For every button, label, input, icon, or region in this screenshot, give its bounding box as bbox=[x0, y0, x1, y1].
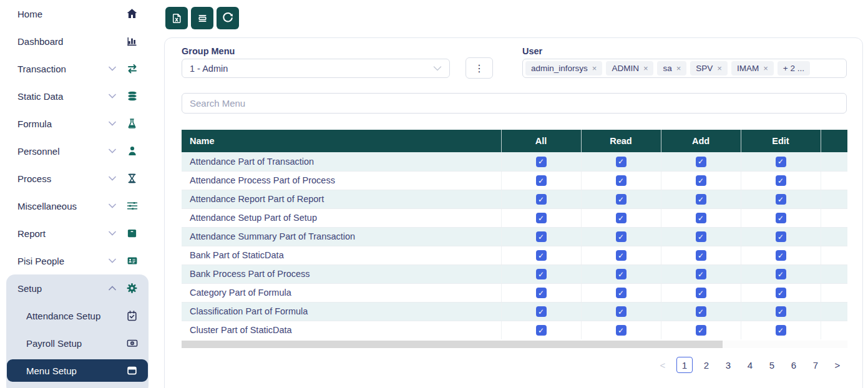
checkbox-edit[interactable] bbox=[776, 250, 786, 261]
checkbox-read[interactable] bbox=[616, 325, 627, 336]
sidebar-item-transaction[interactable]: Transaction bbox=[0, 55, 156, 82]
checkbox-edit[interactable] bbox=[776, 157, 786, 167]
table-row: Attendance Summary Part of Transaction bbox=[182, 227, 847, 246]
close-icon[interactable]: × bbox=[763, 64, 768, 73]
checkbox-read[interactable] bbox=[616, 269, 627, 279]
checkbox-all[interactable] bbox=[536, 250, 547, 261]
checkbox-edit[interactable] bbox=[776, 288, 786, 298]
checkbox-edit[interactable] bbox=[776, 175, 786, 186]
checkbox-edit[interactable] bbox=[776, 231, 786, 242]
checkbox-add[interactable] bbox=[696, 175, 706, 186]
pagination-prev[interactable]: < bbox=[655, 357, 671, 373]
sidebar-item-static-data[interactable]: Static Data bbox=[0, 82, 156, 110]
calendar-check-icon bbox=[125, 310, 139, 322]
file-excel-icon bbox=[171, 12, 183, 24]
checkbox-add[interactable] bbox=[696, 194, 706, 205]
chevron-up-icon bbox=[109, 286, 117, 291]
table-row: Bank Process Part of Process bbox=[182, 264, 847, 283]
user-multiselect[interactable]: admin_inforsys × ADMIN × sa × SPV × IMAM… bbox=[522, 59, 847, 78]
pagination-page-6[interactable]: 6 bbox=[786, 357, 802, 373]
table-header-name: Name bbox=[182, 130, 501, 152]
table-header-edit: Edit bbox=[741, 130, 821, 152]
sidebar-item-menu-setup[interactable]: Menu Setup bbox=[7, 359, 148, 382]
search-menu-input[interactable] bbox=[182, 93, 847, 114]
checkbox-all[interactable] bbox=[536, 194, 547, 205]
table-header-read: Read bbox=[581, 130, 661, 152]
gear-icon bbox=[125, 283, 139, 294]
checkbox-read[interactable] bbox=[616, 288, 627, 298]
checkbox-all[interactable] bbox=[536, 288, 547, 298]
table-row: Attendance Report Part of Report bbox=[182, 190, 847, 208]
checkbox-read[interactable] bbox=[616, 231, 627, 242]
more-options-button[interactable]: ⋮ bbox=[466, 57, 493, 79]
row-view-button[interactable] bbox=[191, 7, 213, 29]
pagination-page-5[interactable]: 5 bbox=[764, 357, 780, 373]
sidebar-item-dashboard[interactable]: Dashboard bbox=[0, 27, 156, 55]
checkbox-add[interactable] bbox=[696, 157, 706, 167]
scrollbar-thumb[interactable] bbox=[182, 341, 723, 348]
user-tag: admin_inforsys × bbox=[525, 61, 602, 75]
group-menu-select[interactable]: 1 - Admin bbox=[182, 59, 450, 78]
sidebar-item-payroll-setup[interactable]: Payroll Setup bbox=[6, 329, 149, 357]
sidebar-item-formula[interactable]: Formula bbox=[0, 110, 156, 137]
permissions-table: Name All Read Add Edit Attendance Part o… bbox=[182, 130, 847, 339]
sidebar-item-pisi-people[interactable]: Pisi People bbox=[0, 247, 156, 274]
checkbox-read[interactable] bbox=[616, 306, 627, 317]
pagination-page-7[interactable]: 7 bbox=[807, 357, 824, 373]
pagination-page-4[interactable]: 4 bbox=[742, 357, 758, 373]
checkbox-all[interactable] bbox=[536, 325, 547, 336]
checkbox-add[interactable] bbox=[696, 269, 706, 279]
sidebar-item-report[interactable]: Report bbox=[0, 220, 156, 247]
table-header-row: Name All Read Add Edit bbox=[182, 130, 847, 152]
checkbox-all[interactable] bbox=[536, 269, 547, 279]
checkbox-add[interactable] bbox=[696, 250, 706, 261]
checkbox-add[interactable] bbox=[696, 213, 706, 223]
checkbox-all[interactable] bbox=[536, 213, 547, 223]
checkbox-all[interactable] bbox=[536, 231, 547, 242]
checkbox-add[interactable] bbox=[696, 306, 706, 317]
checkbox-edit[interactable] bbox=[776, 306, 786, 317]
sidebar-item-process[interactable]: Process bbox=[0, 165, 156, 192]
checkbox-edit[interactable] bbox=[776, 194, 786, 205]
close-icon[interactable]: × bbox=[643, 64, 648, 73]
checkbox-add[interactable] bbox=[696, 325, 706, 336]
close-icon[interactable]: × bbox=[717, 64, 722, 73]
flask-icon bbox=[125, 118, 139, 129]
table-row: Category Part of Formula bbox=[182, 283, 847, 302]
checkbox-edit[interactable] bbox=[776, 213, 786, 223]
user-tag-overflow[interactable]: + 2 ... bbox=[778, 61, 810, 75]
kebab-icon: ⋮ bbox=[474, 62, 484, 74]
checkbox-read[interactable] bbox=[616, 250, 627, 261]
table-row: Cluster Part of StaticData bbox=[182, 321, 847, 339]
checkbox-read[interactable] bbox=[616, 213, 627, 223]
pagination-page-2[interactable]: 2 bbox=[698, 357, 714, 373]
checkbox-all[interactable] bbox=[536, 306, 547, 317]
checkbox-edit[interactable] bbox=[776, 325, 786, 336]
pagination-page-3[interactable]: 3 bbox=[720, 357, 736, 373]
database-icon bbox=[125, 90, 139, 102]
sidebar-item-miscellaneous[interactable]: Miscellaneous bbox=[0, 192, 156, 220]
checkbox-all[interactable] bbox=[536, 175, 547, 186]
close-icon[interactable]: × bbox=[676, 64, 681, 73]
setup-group: Setup Attendance Setup Payroll Setup Men… bbox=[6, 274, 149, 388]
pagination-page-1[interactable]: 1 bbox=[676, 357, 693, 373]
checkbox-read[interactable] bbox=[616, 157, 627, 167]
sidebar-item-attendance-setup[interactable]: Attendance Setup bbox=[6, 302, 149, 329]
sidebar-item-setup[interactable]: Setup bbox=[6, 274, 149, 302]
sidebar-item-home[interactable]: Home bbox=[0, 0, 156, 27]
refresh-button[interactable] bbox=[217, 7, 239, 29]
home-icon bbox=[125, 8, 139, 19]
checkbox-read[interactable] bbox=[616, 194, 627, 205]
checkbox-read[interactable] bbox=[616, 175, 627, 186]
user-tag: IMAM × bbox=[731, 61, 774, 75]
horizontal-scrollbar[interactable] bbox=[182, 341, 847, 348]
close-icon[interactable]: × bbox=[592, 64, 597, 73]
checkbox-edit[interactable] bbox=[776, 269, 786, 279]
checkbox-all[interactable] bbox=[536, 157, 547, 167]
export-excel-button[interactable] bbox=[165, 7, 188, 29]
sidebar-item-personnel[interactable]: Personnel bbox=[0, 137, 156, 165]
checkbox-add[interactable] bbox=[696, 231, 706, 242]
user-label: User bbox=[522, 46, 542, 56]
checkbox-add[interactable] bbox=[696, 288, 706, 298]
pagination-next[interactable]: > bbox=[829, 357, 846, 373]
